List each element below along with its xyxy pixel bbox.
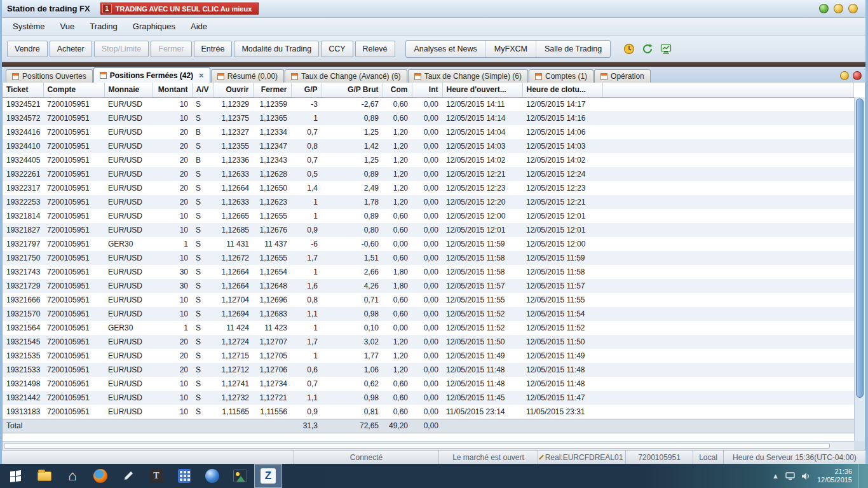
tray-volume-icon[interactable]: [801, 472, 811, 480]
menu-systeme[interactable]: Système: [6, 19, 52, 34]
table-row[interactable]: 193244057200105951EUR/USD20B1,123361,123…: [3, 153, 854, 167]
table-row[interactable]: 193215647200105951GER301S11 42411 42310,…: [3, 321, 854, 335]
table-cell: 1,12741: [214, 377, 253, 391]
table-row[interactable]: 193215457200105951EUR/USD20S1,127241,127…: [3, 335, 854, 349]
ccy-button[interactable]: CCY: [321, 41, 353, 57]
salle-trading-button[interactable]: Salle de Trading: [536, 41, 610, 57]
column-header-ouvrir[interactable]: Ouvrir: [214, 83, 253, 97]
tab-operation[interactable]: Opération: [594, 69, 651, 83]
market-monitor-icon[interactable]: [658, 41, 674, 57]
maximize-button[interactable]: [834, 4, 843, 13]
column-header-heure-cloture[interactable]: Heure de clotu...: [522, 83, 602, 97]
show-desktop-button[interactable]: [858, 464, 863, 488]
calculator-icon[interactable]: [170, 464, 198, 488]
column-header-ticket[interactable]: Ticket: [3, 83, 43, 97]
table-row[interactable]: 193245217200105951EUR/USD10S1,123291,123…: [3, 97, 854, 111]
table-cell-filler: [602, 111, 854, 125]
server-time: Heure du Serveur 15:36(UTC-04:00): [723, 451, 865, 464]
close-button[interactable]: [848, 4, 858, 13]
tray-display-icon[interactable]: [785, 472, 795, 480]
table-cell-filler: [602, 293, 854, 307]
column-header-int[interactable]: Int: [412, 83, 442, 97]
tab-comptes[interactable]: Comptes (1): [529, 69, 593, 83]
column-header-heure-ouverture[interactable]: Heure d'ouvert...: [442, 83, 522, 97]
start-button[interactable]: [0, 464, 31, 488]
firefox-icon[interactable]: [86, 464, 114, 488]
column-header-fermer[interactable]: Fermer: [253, 83, 291, 97]
table-cell: S: [192, 167, 214, 181]
table-cell: 1,6: [291, 279, 322, 293]
table-cell: 10: [153, 111, 192, 125]
table-row[interactable]: 193215707200105951EUR/USD10S1,126941,126…: [3, 307, 854, 321]
table-row[interactable]: 193222617200105951EUR/USD20S1,126331,126…: [3, 167, 854, 181]
table-row[interactable]: 193222537200105951EUR/USD20S1,126331,126…: [3, 195, 854, 209]
table-row[interactable]: 193217977200105951GER301S11 43111 437-6-…: [3, 237, 854, 251]
releve-button[interactable]: Relevé: [355, 41, 395, 57]
stop-limite-button[interactable]: Stop/Limite: [94, 41, 149, 57]
column-header-compte[interactable]: Compte: [43, 83, 104, 97]
total-empty: [442, 419, 602, 433]
one-click-trading-banner[interactable]: 1 TRADING AVEC UN SEUL CLIC Au mieux: [100, 3, 259, 15]
column-header-montant[interactable]: Montant: [153, 83, 192, 97]
close-tab-icon[interactable]: ×: [199, 71, 204, 80]
column-header-av[interactable]: A/V: [192, 83, 214, 97]
menu-aide[interactable]: Aide: [184, 19, 214, 34]
table-row[interactable]: 193131837200105951EUR/USD10S1,115651,115…: [3, 405, 854, 419]
menu-graphiques[interactable]: Graphiques: [126, 19, 182, 34]
table-row[interactable]: 193214987200105951EUR/USD10S1,127411,127…: [3, 377, 854, 391]
image-viewer-icon[interactable]: [226, 464, 254, 488]
vertical-scrollbar-thumb[interactable]: [856, 98, 864, 398]
table-row[interactable]: 193245727200105951EUR/USD10S1,123751,123…: [3, 111, 854, 125]
browser-icon[interactable]: [198, 464, 226, 488]
entree-button[interactable]: Entrée: [194, 41, 233, 57]
table-row[interactable]: 193215357200105951EUR/USD20S1,127151,127…: [3, 349, 854, 363]
trading-station-taskbar-icon[interactable]: Z: [254, 464, 282, 488]
column-header-gp[interactable]: G/P: [291, 83, 322, 97]
table-row[interactable]: 193217437200105951EUR/USD30S1,126641,126…: [3, 265, 854, 279]
table-row[interactable]: 193244107200105951EUR/USD20S1,123551,123…: [3, 139, 854, 153]
tab-taux-simple[interactable]: Taux de Change (Simple) (6): [408, 69, 528, 83]
table-row[interactable]: 193244167200105951EUR/USD20B1,123271,123…: [3, 125, 854, 139]
maximize-panel-button[interactable]: [840, 71, 849, 80]
vertical-scrollbar[interactable]: [854, 97, 865, 441]
clock-icon[interactable]: [621, 41, 637, 57]
acheter-button[interactable]: Acheter: [50, 41, 92, 57]
horizontal-scrollbar[interactable]: [3, 441, 854, 450]
table-row[interactable]: 193218147200105951EUR/USD10S1,126651,126…: [3, 209, 854, 223]
table-row[interactable]: 193214427200105951EUR/USD10S1,127321,127…: [3, 391, 854, 405]
analyses-news-button[interactable]: Analyses et News: [406, 41, 486, 57]
taskbar-clock-block[interactable]: 21:36 12/05/2015: [817, 468, 852, 484]
tab-resume[interactable]: Résumé (0,00): [211, 69, 284, 83]
tab-positions-fermees[interactable]: Positions Fermées (42) ×: [93, 67, 210, 83]
table-cell-filler: [602, 279, 854, 293]
table-row[interactable]: 193217297200105951EUR/USD30S1,126641,126…: [3, 279, 854, 293]
table-cell: 1,4: [291, 181, 322, 195]
table-row[interactable]: 193216667200105951EUR/USD10S1,127041,126…: [3, 293, 854, 307]
home-icon[interactable]: ⌂: [58, 464, 86, 488]
modalite-trading-button[interactable]: Modalité du Trading: [234, 41, 319, 57]
table-row[interactable]: 193217507200105951EUR/USD10S1,126721,126…: [3, 251, 854, 265]
tray-expand-icon[interactable]: ▲: [772, 472, 779, 480]
tab-positions-ouvertes[interactable]: Positions Ouvertes: [6, 69, 93, 83]
table-row[interactable]: 193218277200105951EUR/USD10S1,126851,126…: [3, 223, 854, 237]
table-row[interactable]: 193223177200105951EUR/USD20S1,126641,126…: [3, 181, 854, 195]
horizontal-scrollbar-thumb[interactable]: [4, 443, 830, 449]
close-panel-button[interactable]: [853, 71, 862, 80]
text-editor-icon[interactable]: T: [142, 464, 170, 488]
table-cell: 1,12628: [253, 167, 291, 181]
myfxcm-button[interactable]: MyFXCM: [486, 41, 536, 57]
tab-taux-avance[interactable]: Taux de Change (Avancé) (6): [285, 69, 407, 83]
fermer-button[interactable]: Fermer: [151, 41, 191, 57]
minimize-button[interactable]: [819, 4, 829, 13]
column-header-monnaie[interactable]: Monnaie: [104, 83, 153, 97]
column-header-com[interactable]: Com: [383, 83, 412, 97]
table-cell: 7200105951: [43, 167, 104, 181]
pen-icon[interactable]: [114, 464, 142, 488]
menu-vue[interactable]: Vue: [53, 19, 82, 34]
menu-trading[interactable]: Trading: [83, 19, 125, 34]
refresh-icon[interactable]: [639, 41, 656, 57]
column-header-gp-brut[interactable]: G/P Brut: [322, 83, 383, 97]
vendre-button[interactable]: Vendre: [7, 41, 48, 57]
table-row[interactable]: 193215337200105951EUR/USD20S1,127121,127…: [3, 363, 854, 377]
file-explorer-icon[interactable]: [31, 464, 58, 488]
